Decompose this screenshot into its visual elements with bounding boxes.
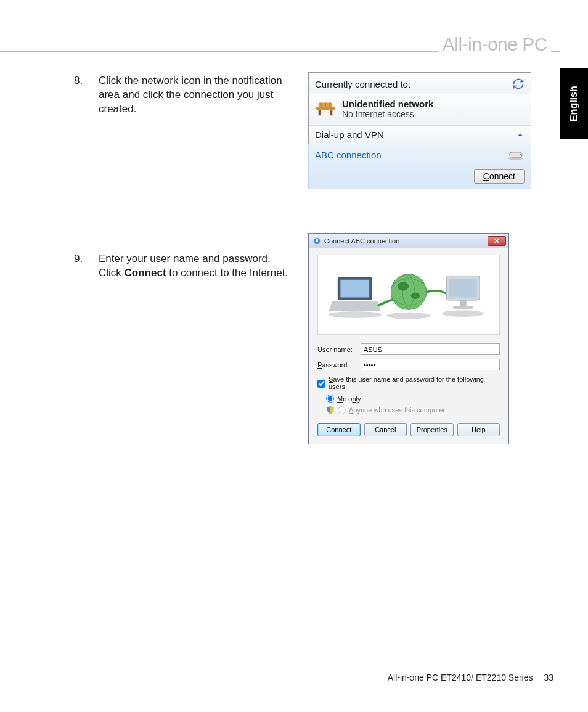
- svg-point-9: [520, 154, 521, 155]
- shield-icon: [326, 406, 335, 414]
- anyone-label: Anyone who uses this computer: [349, 406, 445, 414]
- save-checkbox[interactable]: [317, 380, 325, 388]
- instruction-list: 8. Click the network icon in the notific…: [74, 74, 296, 416]
- save-checkbox-label: Save this user name and password for the…: [329, 375, 500, 391]
- me-only-label: Me only: [337, 395, 361, 403]
- footer-text: All-in-one PC ET2410/ ET2210 Series: [388, 673, 533, 682]
- step-8: 8. Click the network icon in the notific…: [74, 74, 296, 117]
- step-text: Click the network icon in the notificati…: [99, 74, 296, 117]
- svg-rect-13: [340, 280, 369, 298]
- page-footer: All-in-one PC ET2410/ ET2210 Series 33: [388, 673, 553, 682]
- svg-rect-5: [325, 103, 326, 108]
- step-number: 9.: [74, 252, 99, 280]
- svg-rect-0: [316, 107, 335, 110]
- dialup-vpn-section[interactable]: Dial-up and VPN: [309, 126, 531, 144]
- password-row: Password:: [317, 359, 500, 370]
- dialog-buttons: Connect Cancel Properties Help: [317, 423, 500, 436]
- password-label: Password:: [317, 361, 361, 369]
- refresh-icon[interactable]: [512, 78, 525, 90]
- svg-point-18: [411, 292, 420, 299]
- network-popup-header: Currently connected to:: [309, 73, 531, 94]
- username-row: User name:: [317, 343, 500, 355]
- chevron-up-icon: [516, 131, 525, 139]
- svg-point-24: [442, 310, 484, 317]
- svg-rect-23: [453, 306, 473, 309]
- language-tab: English: [560, 68, 588, 139]
- svg-point-14: [329, 311, 382, 318]
- svg-point-19: [386, 313, 431, 319]
- me-only-radio[interactable]: [326, 395, 334, 403]
- dialog-connect-button[interactable]: Connect: [317, 423, 361, 436]
- page-number: 33: [544, 673, 553, 682]
- network-info: Unidentified network No Internet access: [342, 99, 433, 119]
- step-text: Enter your user name and password. Click…: [99, 252, 296, 280]
- connected-to-label: Currently connected to:: [315, 79, 410, 89]
- username-input[interactable]: [361, 343, 500, 355]
- modem-icon: [507, 149, 525, 160]
- svg-rect-2: [330, 110, 333, 115]
- anyone-radio[interactable]: [338, 406, 346, 414]
- connection-name: ABC connection: [315, 150, 382, 160]
- password-input[interactable]: [361, 359, 500, 370]
- svg-rect-6: [330, 103, 331, 108]
- dialog-icon: [312, 237, 321, 245]
- network-title: Unidentified network: [342, 99, 433, 109]
- dialog-properties-button[interactable]: Properties: [410, 423, 454, 436]
- connect-dialog: Connect ABC connection: [308, 233, 509, 444]
- svg-rect-1: [319, 110, 321, 115]
- network-popup: Currently connected to: Unidentified net…: [308, 72, 531, 189]
- svg-rect-11: [316, 239, 318, 242]
- svg-rect-22: [460, 300, 467, 306]
- current-network: Unidentified network No Internet access: [309, 94, 531, 126]
- dialog-titlebar: Connect ABC connection: [309, 234, 508, 248]
- svg-point-17: [398, 282, 409, 290]
- close-button[interactable]: [488, 236, 506, 246]
- anyone-row: Anyone who uses this computer: [326, 406, 500, 414]
- save-credentials-row: Save this user name and password for the…: [317, 375, 500, 391]
- dialog-cancel-button[interactable]: Cancel: [364, 423, 407, 436]
- section-label: Dial-up and VPN: [315, 129, 384, 140]
- step-number: 8.: [74, 74, 99, 117]
- dialog-title: Connect ABC connection: [324, 237, 399, 245]
- svg-rect-4: [321, 103, 322, 108]
- network-icon: [315, 98, 336, 119]
- network-status: No Internet access: [342, 109, 433, 119]
- dialog-help-button[interactable]: Help: [457, 423, 500, 436]
- connection-item[interactable]: ABC connection Connect: [308, 144, 531, 189]
- step-9: 9. Enter your user name and password. Cl…: [74, 252, 296, 280]
- connection-illustration: [317, 255, 500, 335]
- me-only-row: Me only: [326, 395, 500, 403]
- svg-rect-21: [449, 279, 477, 298]
- page-header: All-in-one PC: [439, 34, 551, 55]
- connect-button[interactable]: Connect: [474, 169, 525, 184]
- username-label: User name:: [317, 346, 361, 353]
